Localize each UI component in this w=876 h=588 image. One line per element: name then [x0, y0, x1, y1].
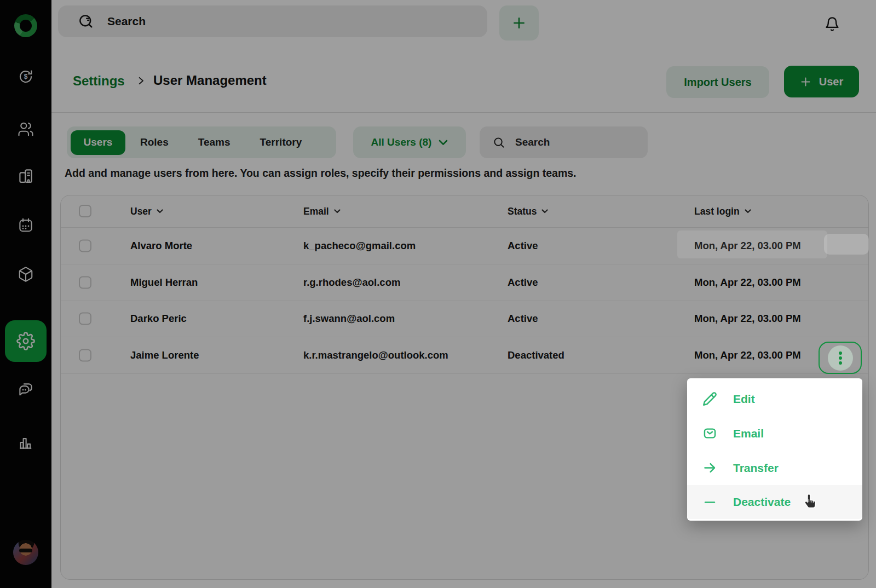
popover-fragment — [824, 234, 869, 255]
envelope-icon — [702, 426, 717, 441]
pencil-icon — [702, 391, 717, 406]
menu-item-deactivate[interactable]: Deactivate — [687, 485, 862, 519]
row-actions-kebab-button[interactable] — [819, 342, 862, 374]
minus-icon — [702, 495, 717, 510]
menu-item-email[interactable]: Email — [687, 416, 862, 451]
row-highlight — [677, 230, 827, 258]
hand-cursor-icon — [800, 492, 820, 511]
menu-item-transfer[interactable]: Transfer — [687, 451, 862, 485]
user-management-page: $ — [0, 0, 876, 588]
row-actions-context-menu: Edit Email Transfer Deactivate — [687, 378, 862, 521]
menu-item-edit[interactable]: Edit — [687, 382, 862, 416]
arrow-right-icon — [702, 460, 717, 475]
kebab-dots-icon — [828, 345, 853, 371]
